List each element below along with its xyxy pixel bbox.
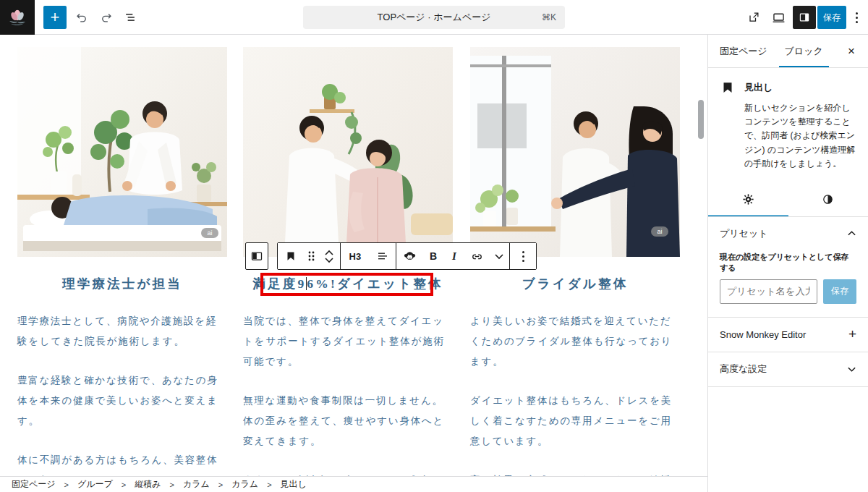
preset-save-button[interactable]: 保存 (823, 279, 856, 304)
close-sidebar-button[interactable]: × (841, 41, 862, 62)
column-2-image[interactable] (243, 47, 453, 257)
command-palette[interactable]: TOPページ · ホームページ ⌘K (303, 6, 565, 29)
preview-button[interactable] (770, 9, 787, 26)
chevron-down-icon (847, 366, 856, 373)
settings-sidebar-toggle[interactable] (793, 6, 816, 29)
snow-monkey-editor-button[interactable] (396, 243, 422, 269)
canvas-scrollbar[interactable] (698, 100, 704, 139)
column-1-paragraph-3[interactable]: 体に不調がある方はもちろん、美容整体もお任せください。 (17, 450, 227, 476)
select-parent-columns-button[interactable] (245, 242, 268, 270)
undo-button[interactable] (72, 9, 90, 26)
tab-block-styles[interactable] (788, 182, 868, 216)
command-shortcut: ⌘K (542, 12, 556, 22)
monkey-icon (403, 250, 417, 263)
monitor-icon (771, 10, 786, 25)
lotus-logo-icon (6, 6, 29, 29)
breadcrumb-item-5[interactable]: カラム (231, 478, 258, 491)
link-button[interactable] (464, 243, 489, 269)
heading-block-button[interactable] (278, 243, 304, 269)
breadcrumb-item-6[interactable]: 見出し (281, 478, 307, 491)
italic-button[interactable]: I (444, 243, 464, 269)
more-formatting-button[interactable] (489, 243, 509, 269)
block-card-title: 見出し (744, 81, 856, 94)
advanced-settings-panel[interactable]: 高度な設定 (708, 352, 868, 387)
preset-name-input[interactable] (720, 279, 817, 304)
advanced-settings-title: 高度な設定 (720, 362, 767, 376)
text-align-icon (376, 250, 389, 263)
column-3-heading[interactable]: ブライダル整体 (470, 276, 680, 292)
ai-badge: ai (207, 229, 212, 237)
preset-panel-title: プリセット (720, 227, 768, 240)
view-site-button[interactable] (745, 9, 762, 26)
heading-level-button[interactable]: H3 (341, 243, 370, 269)
editor-top-bar: + TOPページ · ホームページ ⌘K (0, 0, 868, 35)
block-card-description: 新しいセクションを紹介しコンテンツを整理することで、訪問者 (および検索エンジン… (744, 101, 856, 171)
plus-icon: + (51, 8, 60, 27)
tab-document[interactable]: 固定ページ (714, 35, 773, 67)
clinic-photo-massage-table: ai (17, 47, 227, 257)
column-2-heading-selected[interactable]: 満足度96%!ダイエット整体 (243, 276, 453, 292)
column-1: ai 理学療法士が担当 理学療法士として、病院や介護施設を経験をしてきた院長が施… (17, 47, 227, 476)
heading-block-icon (284, 250, 297, 263)
clinic-photo-shoulder-massage (243, 47, 453, 257)
preset-save-label: 現在の設定をプリセットとして保存する (720, 252, 856, 273)
external-link-icon (746, 10, 761, 25)
column-3-image[interactable]: ai (470, 47, 680, 257)
options-menu-button[interactable] (848, 9, 865, 26)
site-logo[interactable] (0, 0, 35, 35)
list-view-button[interactable] (122, 9, 139, 26)
plus-icon: + (848, 326, 856, 342)
undo-icon (74, 10, 88, 25)
bold-button[interactable]: B (422, 243, 444, 269)
editor-canvas: ai 理学療法士が担当 理学療法士として、病院や介護施設を経験をしてきた院長が施… (0, 35, 707, 476)
styles-contrast-icon (821, 192, 835, 206)
column-3-paragraph-1[interactable]: より美しいお姿で結婚式を迎えていただくためのブライダル整体も行なっております。 (470, 311, 680, 372)
breadcrumb-item-2[interactable]: グループ (77, 478, 113, 491)
block-toolbar: H3 B (277, 242, 537, 270)
chevron-down-icon (494, 253, 504, 260)
document-title: TOPページ · ホームページ (378, 11, 491, 24)
column-3-paragraph-2[interactable]: ダイエット整体はもちろん、ドレスを美しく着こなすための専用メニューをご用意してい… (470, 391, 680, 451)
drag-handle[interactable] (304, 243, 318, 269)
text-align-button[interactable] (370, 243, 396, 269)
settings-sidebar: 固定ページ ブロック × 見出し 新しいセクションを紹介しコンテンツを整理するこ… (707, 35, 868, 492)
block-options-button[interactable] (510, 243, 536, 269)
column-1-heading[interactable]: 理学療法士が担当 (17, 276, 227, 292)
gear-icon (741, 192, 755, 206)
heading-block-icon (720, 80, 736, 96)
column-2-paragraph-3[interactable]: 今まで100人以上のダイエットを成功させてきたノウハウであなたのダイエットを応援… (243, 470, 453, 476)
sidebar-panel-icon (798, 11, 811, 24)
redo-icon (100, 10, 114, 25)
more-options-icon (856, 12, 858, 14)
link-icon (470, 250, 484, 263)
breadcrumb-item-4[interactable]: カラム (183, 478, 210, 491)
block-inserter-button[interactable]: + (43, 6, 67, 29)
move-up-icon (324, 250, 334, 256)
tab-block-settings[interactable] (708, 182, 788, 216)
preset-panel-toggle[interactable]: プリセット (720, 227, 856, 240)
breadcrumb-item-3[interactable]: 縦積み (135, 478, 161, 491)
ai-badge: ai (657, 228, 662, 235)
snow-monkey-editor-panel[interactable]: Snow Monkey Editor + (708, 318, 868, 352)
clinic-photo-posture-check: ai (470, 47, 680, 257)
tab-block[interactable]: ブロック (779, 35, 829, 67)
drag-handle-icon (307, 250, 315, 262)
column-3-paragraph-3[interactable]: 高い効果を実感していただくために結婚式の3ヶ月前にはお申し込みください。 (470, 470, 680, 476)
redo-button[interactable] (98, 9, 116, 26)
preset-panel: プリセット 現在の設定をプリセットとして保存する 保存 (708, 217, 868, 318)
column-2-paragraph-2[interactable]: 無理な運動や食事制限は一切しません。体の歪みを整えて、痩せやすい身体へと変えてき… (243, 391, 453, 451)
block-breadcrumb-bar: 固定ページ > グループ > 縦積み > カラム > カラム > 見出し (0, 476, 707, 492)
columns-block-icon (250, 249, 264, 263)
save-button[interactable]: 保存 (817, 6, 846, 29)
column-1-paragraph-1[interactable]: 理学療法士として、病院や介護施設を経験をしてきた院長が施術します。 (17, 311, 227, 352)
column-1-image[interactable]: ai (17, 47, 227, 257)
chevron-up-icon (847, 230, 856, 237)
column-1-paragraph-2[interactable]: 豊富な経験と確かな技術で、あなたの身体を本来の健康で美しいお姿へと変えます。 (17, 370, 227, 431)
move-down-icon (324, 257, 334, 263)
breadcrumb-item-1[interactable]: 固定ページ (12, 478, 56, 491)
block-movers[interactable] (318, 243, 340, 269)
column-2-paragraph-1[interactable]: 当院では、整体で身体を整えてダイエットをサポートするダイエット整体が施術可能です… (243, 311, 453, 372)
more-options-icon (522, 251, 524, 253)
snow-monkey-editor-title: Snow Monkey Editor (720, 329, 806, 340)
list-view-icon (123, 10, 137, 25)
